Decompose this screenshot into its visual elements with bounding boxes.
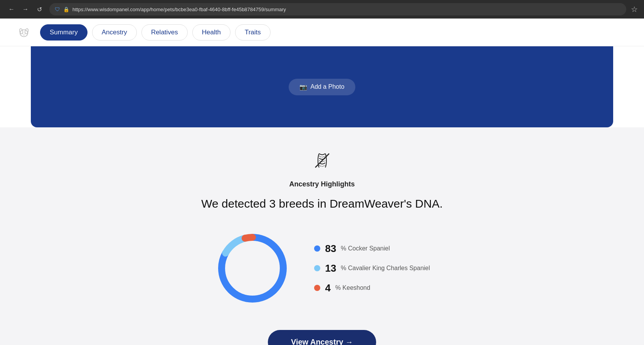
legend-item-cavalier: 13 % Cavalier King Charles Spaniel [314,262,430,274]
cavalier-label: % Cavalier King Charles Spaniel [341,265,430,272]
breed-headline: We detected 3 breeds in DreamWeaver's DN… [164,196,480,211]
svg-line-5 [315,154,329,167]
bookmark-button[interactable]: ☆ [631,5,638,14]
chart-row: 83 % Cocker Spaniel 13 % Cavalier King C… [164,230,480,307]
security-shield-icon: 🛡 [55,6,60,12]
svg-point-4 [25,32,25,33]
address-bar[interactable]: 🛡 🔒 https://www.wisdompanel.com/app/home… [49,3,626,15]
keeshond-pct: 4 [325,282,330,294]
cocker-spaniel-label: % Cocker Spaniel [341,245,390,252]
hero-banner: 📷 Add a Photo [31,46,613,127]
legend-item-keeshond: 4 % Keeshond [314,282,430,294]
ancestry-highlights-title: Ancestry Highlights [164,180,480,188]
app-logo [15,24,32,41]
tab-summary[interactable]: Summary [40,24,87,41]
donut-chart [214,230,291,307]
add-photo-label: Add a Photo [310,83,344,90]
svg-point-3 [22,32,23,33]
browser-chrome: ← → ↺ 🛡 🔒 https://www.wisdompanel.com/ap… [0,0,644,19]
back-button[interactable]: ← [6,4,17,15]
camera-icon: 📷 [299,83,307,91]
browser-nav: ← → ↺ [6,4,45,15]
forward-button[interactable]: → [20,4,31,15]
ancestry-section: Ancestry Highlights We detected 3 breeds… [149,151,496,345]
tab-traits[interactable]: Traits [235,24,271,41]
cavalier-dot [314,265,320,271]
add-photo-button[interactable]: 📷 Add a Photo [289,79,355,95]
cocker-spaniel-pct: 83 [325,243,336,255]
lock-icon: 🔒 [63,7,69,12]
tab-ancestry[interactable]: Ancestry [92,24,137,41]
tab-relatives[interactable]: Relatives [141,24,188,41]
keeshond-label: % Keeshond [335,284,370,291]
dna-icon [164,151,480,174]
breed-legend: 83 % Cocker Spaniel 13 % Cavalier King C… [314,243,430,294]
keeshond-dot [314,285,320,291]
content-area: Ancestry Highlights We detected 3 breeds… [0,127,644,345]
tab-health[interactable]: Health [192,24,230,41]
legend-item-cocker: 83 % Cocker Spaniel [314,243,430,255]
svg-point-0 [20,30,28,37]
cavalier-pct: 13 [325,262,336,274]
view-ancestry-button[interactable]: View Ancestry → [268,330,376,345]
url-text: https://www.wisdompanel.com/app/home/pet… [72,7,286,12]
refresh-button[interactable]: ↺ [34,4,45,15]
cocker-spaniel-dot [314,245,320,252]
app-nav: Summary Ancestry Relatives Health Traits [0,19,644,46]
